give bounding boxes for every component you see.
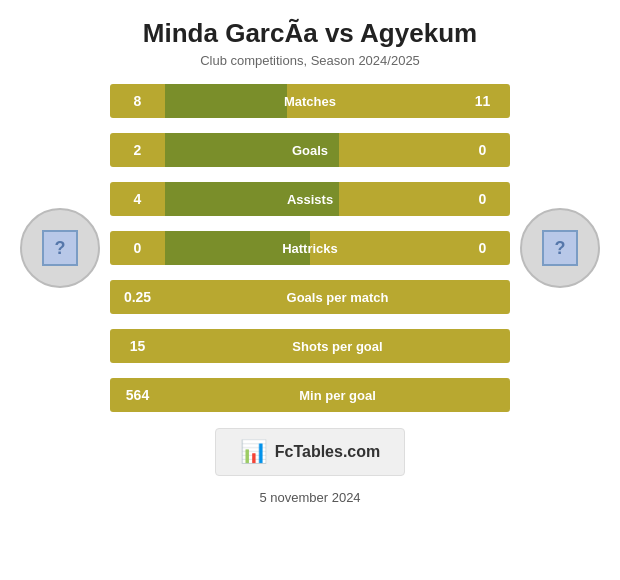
logo-icon: 📊 <box>240 439 267 465</box>
stats-table: 8Matches112Goals04Assists00Hattricks00.2… <box>110 84 510 412</box>
stat-left-value: 564 <box>110 387 165 403</box>
stat-bar: Shots per goal <box>165 329 510 363</box>
stat-label: Assists <box>165 192 455 207</box>
stat-row: 0.25Goals per match <box>110 280 510 314</box>
stat-left-value: 2 <box>110 142 165 158</box>
avatar-right: ? <box>510 208 610 288</box>
stat-row: 8Matches11 <box>110 84 510 118</box>
stat-bar: Assists <box>165 182 455 216</box>
stat-label: Matches <box>165 94 455 109</box>
stat-left-value: 0.25 <box>110 289 165 305</box>
logo-section[interactable]: 📊 FcTables.com <box>0 428 620 476</box>
stat-bar: Matches <box>165 84 455 118</box>
stat-right-value: 11 <box>455 93 510 109</box>
avatar-circle-right: ? <box>520 208 600 288</box>
stat-left-value: 8 <box>110 93 165 109</box>
stat-bar: Hattricks <box>165 231 455 265</box>
stat-row: 4Assists0 <box>110 182 510 216</box>
stat-label: Hattricks <box>165 241 455 256</box>
avatar-image-left: ? <box>42 230 78 266</box>
stat-bar: Goals per match <box>165 280 510 314</box>
stat-bar: Goals <box>165 133 455 167</box>
date-text: 5 november 2024 <box>259 490 360 505</box>
main-content: ? 8Matches112Goals04Assists00Hattricks00… <box>0 74 620 412</box>
stat-right-value: 0 <box>455 240 510 256</box>
stat-left-value: 4 <box>110 191 165 207</box>
stat-row: 564Min per goal <box>110 378 510 412</box>
stat-label: Min per goal <box>165 388 510 403</box>
stat-row: 0Hattricks0 <box>110 231 510 265</box>
stat-left-value: 15 <box>110 338 165 354</box>
logo-box[interactable]: 📊 FcTables.com <box>215 428 406 476</box>
logo-text: FcTables.com <box>275 443 381 461</box>
stat-row: 2Goals0 <box>110 133 510 167</box>
date-footer: 5 november 2024 <box>259 490 360 505</box>
stat-left-value: 0 <box>110 240 165 256</box>
stat-label: Goals per match <box>165 290 510 305</box>
stat-row: 15Shots per goal <box>110 329 510 363</box>
stat-label: Goals <box>165 143 455 158</box>
stat-right-value: 0 <box>455 142 510 158</box>
page-title: Minda GarcÃa vs Agyekum <box>20 18 600 49</box>
stat-bar: Min per goal <box>165 378 510 412</box>
avatar-circle-left: ? <box>20 208 100 288</box>
stat-label: Shots per goal <box>165 339 510 354</box>
subtitle: Club competitions, Season 2024/2025 <box>20 53 600 68</box>
avatar-image-right: ? <box>542 230 578 266</box>
stat-right-value: 0 <box>455 191 510 207</box>
avatar-left: ? <box>10 208 110 288</box>
header: Minda GarcÃa vs Agyekum Club competition… <box>0 0 620 74</box>
